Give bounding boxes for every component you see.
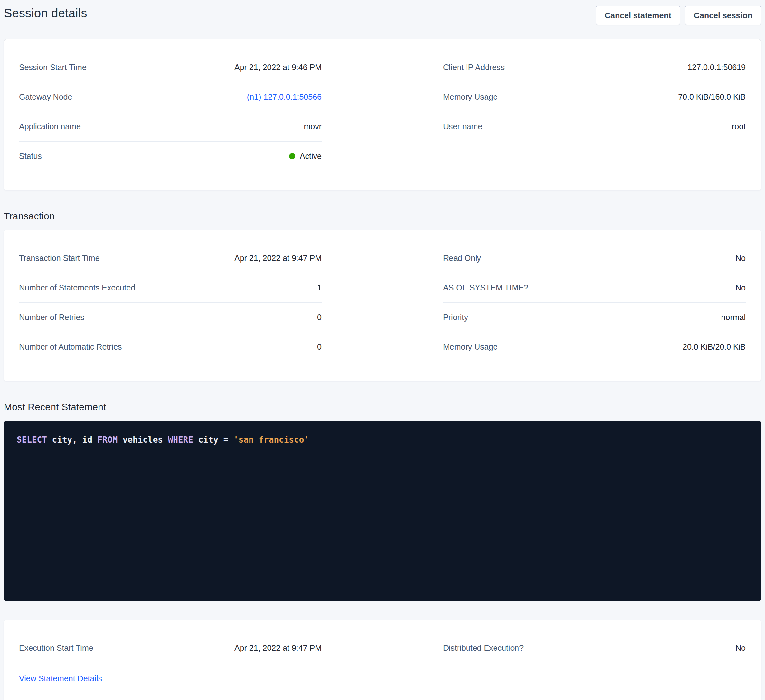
status-active-dot-icon xyxy=(289,153,295,159)
session-summary-card: Session Start Time Apr 21, 2022 at 9:46 … xyxy=(4,39,761,190)
transaction-card: Transaction Start Time Apr 21, 2022 at 9… xyxy=(4,230,761,381)
client-ip-row: Client IP Address 127.0.0.1:50619 xyxy=(443,53,746,82)
transaction-memory-usage-row: Memory Usage 20.0 KiB/20.0 KiB xyxy=(443,332,746,362)
automatic-retries-label: Number of Automatic Retries xyxy=(19,342,122,352)
client-ip-label: Client IP Address xyxy=(443,63,505,72)
statements-executed-value: 1 xyxy=(317,283,322,292)
user-name-label: User name xyxy=(443,122,482,131)
execution-right-column: Distributed Execution? No xyxy=(443,633,746,683)
status-row: Status Active xyxy=(19,141,322,171)
sql-token: SELECT xyxy=(17,435,47,444)
sql-token: 'san francisco' xyxy=(233,435,309,444)
priority-label: Priority xyxy=(443,313,468,322)
distributed-execution-value: No xyxy=(735,643,746,653)
execution-start-time-row: Execution Start Time Apr 21, 2022 at 9:4… xyxy=(19,633,322,663)
sql-statement-text: SELECT city, id FROM vehicles WHERE city… xyxy=(17,434,748,446)
transaction-section-heading: Transaction xyxy=(4,211,761,222)
execution-left-column: Execution Start Time Apr 21, 2022 at 9:4… xyxy=(19,633,322,683)
as-of-system-time-label: AS OF SYSTEM TIME? xyxy=(443,283,528,292)
page-header: Session details Cancel statement Cancel … xyxy=(4,6,761,25)
session-right-column: Client IP Address 127.0.0.1:50619 Memory… xyxy=(443,53,746,171)
execution-start-time-value: Apr 21, 2022 at 9:47 PM xyxy=(235,643,322,653)
transaction-left-column: Transaction Start Time Apr 21, 2022 at 9… xyxy=(19,243,322,362)
statements-executed-label: Number of Statements Executed xyxy=(19,283,135,292)
session-memory-usage-value: 70.0 KiB/160.0 KiB xyxy=(678,92,746,102)
session-memory-usage-row: Memory Usage 70.0 KiB/160.0 KiB xyxy=(443,82,746,112)
retries-label: Number of Retries xyxy=(19,313,84,322)
view-statement-details-link[interactable]: View Statement Details xyxy=(19,674,102,683)
gateway-node-link[interactable]: (n1) 127.0.0.1:50566 xyxy=(247,92,322,101)
transaction-memory-usage-label: Memory Usage xyxy=(443,342,498,352)
sql-token: WHERE xyxy=(168,435,193,444)
cancel-statement-button[interactable]: Cancel statement xyxy=(596,6,680,25)
gateway-node-row: Gateway Node (n1) 127.0.0.1:50566 xyxy=(19,82,322,112)
gateway-node-label: Gateway Node xyxy=(19,92,72,102)
read-only-row: Read Only No xyxy=(443,243,746,273)
session-memory-usage-label: Memory Usage xyxy=(443,92,498,102)
cancel-session-button[interactable]: Cancel session xyxy=(685,6,761,25)
read-only-label: Read Only xyxy=(443,253,481,263)
distributed-execution-label: Distributed Execution? xyxy=(443,643,524,653)
application-name-row: Application name movr xyxy=(19,112,322,141)
status-badge: Active xyxy=(289,152,322,161)
application-name-label: Application name xyxy=(19,122,81,131)
sql-token: FROM xyxy=(97,435,118,444)
session-left-column: Session Start Time Apr 21, 2022 at 9:46 … xyxy=(19,53,322,171)
retries-value: 0 xyxy=(317,313,322,322)
most-recent-statement-heading: Most Recent Statement xyxy=(4,402,761,413)
session-start-time-label: Session Start Time xyxy=(19,63,87,72)
priority-value: normal xyxy=(721,313,746,322)
transaction-right-column: Read Only No AS OF SYSTEM TIME? No Prior… xyxy=(443,243,746,362)
user-name-row: User name root xyxy=(443,112,746,141)
session-details-page: Session details Cancel statement Cancel … xyxy=(0,0,765,700)
distributed-execution-row: Distributed Execution? No xyxy=(443,633,746,663)
automatic-retries-value: 0 xyxy=(317,342,322,352)
as-of-system-time-row: AS OF SYSTEM TIME? No xyxy=(443,273,746,303)
transaction-start-time-value: Apr 21, 2022 at 9:47 PM xyxy=(235,253,322,263)
session-start-time-value: Apr 21, 2022 at 9:46 PM xyxy=(235,63,322,72)
sql-token: city = xyxy=(193,435,233,444)
sql-statement-box: SELECT city, id FROM vehicles WHERE city… xyxy=(4,421,761,601)
status-value: Active xyxy=(300,152,322,161)
user-name-value: root xyxy=(732,122,746,131)
execution-card: Execution Start Time Apr 21, 2022 at 9:4… xyxy=(4,620,761,700)
priority-row: Priority normal xyxy=(443,303,746,332)
session-start-time-row: Session Start Time Apr 21, 2022 at 9:46 … xyxy=(19,53,322,82)
statements-executed-row: Number of Statements Executed 1 xyxy=(19,273,322,303)
transaction-start-time-label: Transaction Start Time xyxy=(19,253,100,263)
sql-token: vehicles xyxy=(118,435,168,444)
status-label: Status xyxy=(19,152,42,161)
automatic-retries-row: Number of Automatic Retries 0 xyxy=(19,332,322,362)
as-of-system-time-value: No xyxy=(735,283,746,292)
header-actions: Cancel statement Cancel session xyxy=(596,6,761,25)
read-only-value: No xyxy=(735,253,746,263)
application-name-value: movr xyxy=(304,122,322,131)
transaction-memory-usage-value: 20.0 KiB/20.0 KiB xyxy=(683,342,746,352)
execution-start-time-label: Execution Start Time xyxy=(19,643,93,653)
retries-row: Number of Retries 0 xyxy=(19,303,322,332)
client-ip-value: 127.0.0.1:50619 xyxy=(688,63,746,72)
page-title: Session details xyxy=(4,6,87,20)
sql-token: city, id xyxy=(47,435,98,444)
view-statement-details-row: View Statement Details xyxy=(19,663,322,683)
transaction-start-time-row: Transaction Start Time Apr 21, 2022 at 9… xyxy=(19,243,322,273)
